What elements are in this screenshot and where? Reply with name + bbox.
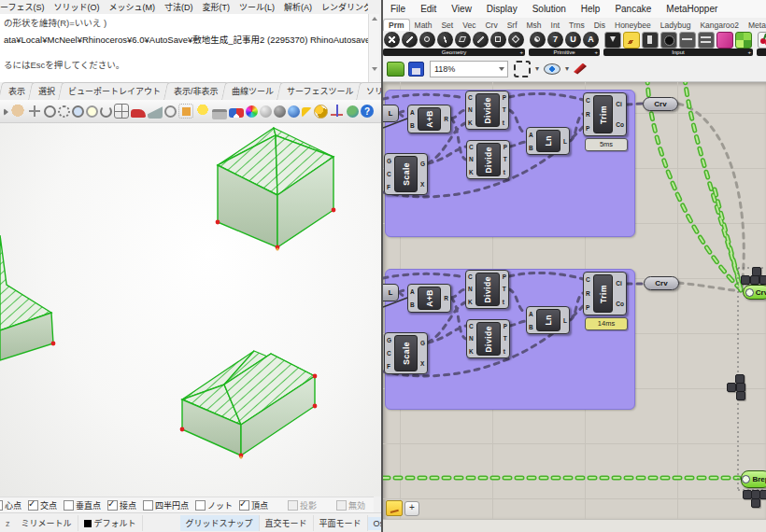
menu-render[interactable]: レンダリング(R) <box>317 1 368 13</box>
car-display-icon[interactable] <box>131 109 146 118</box>
pin[interactable]: L <box>563 138 567 145</box>
gh-component-trim[interactable]: CRP Trim CiCo <box>583 92 627 136</box>
pin[interactable]: R <box>444 295 448 301</box>
tab-viewport-layout[interactable]: ビューポートレイアウト <box>58 82 171 100</box>
pin[interactable]: G <box>387 158 391 164</box>
pin[interactable]: t <box>504 169 507 175</box>
input-value-list-icon[interactable] <box>698 32 715 49</box>
pin[interactable]: R <box>444 116 448 122</box>
geometry-icon-6[interactable] <box>473 32 489 48</box>
pin[interactable]: C <box>586 276 590 283</box>
pin[interactable]: B <box>529 145 533 151</box>
osnap-center[interactable]: 心点 <box>0 499 21 511</box>
pin[interactable]: t <box>503 119 506 126</box>
sphere-gray-icon[interactable] <box>260 105 272 118</box>
pin[interactable]: R <box>586 111 590 118</box>
gh-param-l[interactable]: L <box>383 105 399 122</box>
osnap-perpendicular[interactable]: 垂直点 <box>64 499 101 511</box>
osnap-tangent[interactable]: 接点 <box>107 499 136 511</box>
osnap-disable[interactable]: 無効 <box>336 499 365 511</box>
pin[interactable]: C <box>468 94 473 101</box>
pin[interactable]: X <box>420 181 425 188</box>
undo-icon[interactable] <box>4 108 8 116</box>
checkbox[interactable] <box>107 500 118 511</box>
pin[interactable]: T <box>503 286 506 292</box>
house-left-partial[interactable] <box>0 235 55 360</box>
checkbox[interactable] <box>0 500 3 511</box>
tab-math[interactable]: Math <box>410 20 437 31</box>
gh-param-curve[interactable]: Crv <box>644 276 679 290</box>
geometry-icon-3[interactable] <box>419 32 435 48</box>
pin[interactable]: C <box>387 171 391 177</box>
pin[interactable]: C <box>387 350 391 357</box>
pin[interactable]: Ci <box>616 280 624 287</box>
pin[interactable]: G <box>420 161 425 167</box>
preview-eye-icon[interactable] <box>544 63 560 75</box>
lock-icon[interactable] <box>212 109 227 119</box>
input-slider-icon[interactable] <box>679 32 696 49</box>
scroll-down-icon[interactable] <box>372 67 377 71</box>
menu-mesh[interactable]: メッシュ(M) <box>104 1 160 13</box>
osnap-quadrant[interactable]: 四半円点 <box>143 499 189 511</box>
zoom-window-icon[interactable] <box>72 105 84 118</box>
osnap-toggle[interactable]: Osnap <box>368 517 381 530</box>
pin[interactable]: F <box>387 363 391 370</box>
pin[interactable]: K <box>469 348 474 355</box>
dropdown-caret[interactable]: ▾ <box>565 64 569 73</box>
flag-icon[interactable] <box>302 107 312 118</box>
open-file-icon[interactable] <box>387 62 404 77</box>
tab-params[interactable]: Prm <box>383 19 410 31</box>
checkbox[interactable] <box>195 500 206 511</box>
pin[interactable]: B <box>529 324 533 330</box>
menu-surface[interactable]: サーフェス(S) <box>0 1 49 13</box>
render-wedge-icon[interactable] <box>229 108 244 118</box>
gh-component-addition[interactable]: AB A+B R <box>407 284 451 313</box>
menu-dimension[interactable]: 寸法(D) <box>160 1 198 13</box>
menu-metahopper[interactable]: MetaHopper <box>659 4 725 14</box>
menu-help[interactable]: Help <box>574 4 608 14</box>
pin[interactable]: L <box>563 317 567 324</box>
gh-canvas[interactable]: L AB A+B R CNK Divide PTt CNK Divide PTt… <box>383 82 766 519</box>
tab-surface-tools[interactable]: サーフェスツール <box>277 82 364 100</box>
command-history[interactable]: の形状を維持(R)=いいえ ) ata¥Local¥McNeel¥Rhinoce… <box>0 14 368 83</box>
tab-curve-tools[interactable]: 曲線ツール <box>221 82 284 100</box>
pin[interactable]: P <box>586 125 590 132</box>
sphere-dark-icon[interactable] <box>274 105 286 118</box>
tab-kangaroo2[interactable]: Kangaroo2 <box>695 20 744 31</box>
pin[interactable]: G <box>420 340 425 346</box>
input-panel-icon[interactable] <box>642 32 659 49</box>
gh-param-curve[interactable]: Crv <box>643 97 678 111</box>
input-gradient-icon[interactable] <box>716 32 733 49</box>
canvas-widget-square[interactable] <box>736 391 745 400</box>
pin[interactable]: A <box>529 311 533 317</box>
pin[interactable]: A <box>410 288 415 295</box>
gh-component-scale[interactable]: GCF Scale GX <box>384 153 428 195</box>
save-icon[interactable] <box>408 62 424 77</box>
document-tab-icon[interactable] <box>386 500 403 516</box>
units-label[interactable]: ミリメートル <box>16 515 78 531</box>
pin[interactable]: K <box>468 299 473 305</box>
layer-indicator[interactable]: デフォルト <box>78 515 143 531</box>
tab-vector[interactable]: Vec <box>458 20 480 31</box>
menu-view[interactable]: View <box>444 4 479 14</box>
tab-honeybee[interactable]: Honeybee <box>610 20 656 31</box>
pin[interactable]: C <box>586 97 590 104</box>
menu-display[interactable]: Display <box>479 4 525 14</box>
sketch-pen-icon[interactable] <box>574 63 587 75</box>
pin[interactable]: G <box>387 337 391 343</box>
checkbox[interactable] <box>239 500 249 511</box>
pin[interactable]: T <box>503 106 506 113</box>
canvas-widget-square[interactable] <box>751 498 760 508</box>
pin[interactable]: P <box>586 304 590 311</box>
pin[interactable]: Co <box>616 301 624 307</box>
color-wheel-icon[interactable] <box>246 105 258 118</box>
pin[interactable]: X <box>420 360 425 367</box>
tab-solid-tools[interactable]: ソリッドツール <box>356 82 381 100</box>
pin[interactable]: P <box>503 273 506 280</box>
checkbox[interactable] <box>288 500 298 511</box>
menu-pancake[interactable]: Pancake <box>607 4 659 14</box>
tab-intersect[interactable]: Int <box>546 20 564 31</box>
pin[interactable]: N <box>469 335 474 342</box>
gears-icon[interactable] <box>314 105 328 119</box>
pin[interactable]: C <box>468 273 473 280</box>
